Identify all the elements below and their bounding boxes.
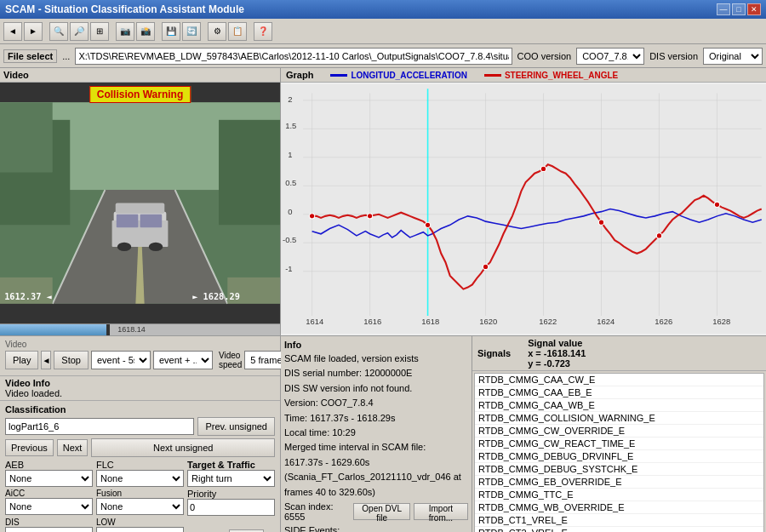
signal-item-3[interactable]: RTDB_CMMG_COLLISION_WARNING_E (475, 412, 763, 425)
signal-item-7[interactable]: RTDB_CMMG_DEBUG_SYSTCHK_E (475, 463, 763, 476)
svg-text:0.5: 0.5 (285, 178, 296, 187)
signal-item-11[interactable]: RTDB_CT1_VREL_E (475, 514, 763, 527)
video-controls-area: Video Play ◄ Stop event - 5s event + ...… (0, 336, 280, 376)
signal-item-4[interactable]: RTDB_CMMG_CW_OVERRIDE_E (475, 425, 763, 438)
info-line-5: Time: 1617.37s - 1618.29s (284, 412, 468, 425)
graph-svg: 2 1.5 1 0.5 0 -0.5 -1 (281, 83, 766, 335)
dis-label: DIS (5, 518, 93, 527)
flc-label: FLC (96, 460, 184, 470)
xy-coords: x = -1618.141 (528, 348, 586, 358)
video-info-area: Video Info Video loaded. (0, 376, 280, 401)
graph-label: Graph (286, 70, 313, 80)
coo-select[interactable]: COO7_7.8.4 (576, 48, 644, 65)
grid-btn[interactable]: ⊞ (90, 22, 109, 41)
svg-text:0: 0 (288, 207, 292, 216)
info-line-7: Merged time interval in SCAM file: (284, 441, 468, 454)
flc-group: FLC None (96, 460, 184, 487)
legend-label-1: LONGITUD_ACCELERATION (351, 71, 466, 80)
maximize-button[interactable]: □ (732, 3, 746, 15)
next-unsigned-button[interactable]: Next unsigned (91, 438, 275, 457)
graph-header: Graph LONGITUD_ACCELERATION STEERING_WHE… (281, 68, 766, 83)
next-button[interactable]: Next (57, 439, 89, 456)
aeb-select[interactable]: None (5, 470, 93, 487)
dis-label: DIS version (649, 51, 698, 61)
svg-text:1628: 1628 (712, 317, 730, 326)
capture-btn2[interactable]: 📸 (136, 22, 155, 41)
svg-point-16 (149, 243, 163, 251)
event-plus-select[interactable]: event + ... (153, 351, 213, 369)
svg-text:1.5: 1.5 (285, 121, 296, 130)
fusion-label: Fusion (96, 489, 184, 498)
svg-text:-1: -1 (285, 264, 292, 273)
save-toolbar-btn[interactable]: 💾 (162, 22, 180, 41)
dis-select[interactable]: None (5, 527, 93, 532)
settings-btn[interactable]: ⚙ (208, 22, 226, 41)
dis-select[interactable]: Original (703, 48, 763, 65)
signal-item-1[interactable]: RTDB_CMMG_CAA_EB_E (475, 386, 763, 399)
prev-next-row: Previous Next Next unsigned (5, 438, 275, 457)
back-frame-button[interactable]: ◄ (41, 351, 51, 369)
video-container: Collision Warning (0, 83, 280, 323)
aicc-select[interactable]: None (5, 498, 93, 515)
right-turn-select[interactable]: Right turn (187, 470, 275, 487)
zoom-btn1[interactable]: 🔍 (49, 22, 68, 41)
main-content: Video Collision Warning (0, 68, 766, 532)
svg-point-54 (367, 214, 372, 219)
priority-input[interactable] (187, 499, 275, 516)
svg-text:1620: 1620 (479, 317, 497, 326)
notes-btn[interactable]: 📋 (228, 22, 247, 41)
signal-item-0[interactable]: RTDB_CMMG_CAA_CW_E (475, 374, 763, 386)
event-minus-select[interactable]: event - 5s (91, 351, 151, 369)
close-button[interactable]: ✕ (747, 3, 761, 15)
legend-label-2: STEERING_WHEEL_ANGLE (505, 71, 618, 80)
aeb-flc-row: AEB None FLC None Target & Traffic (5, 460, 275, 487)
signal-value-label: Signal value (528, 338, 586, 348)
seekbar-time: 1618.14 (117, 325, 146, 334)
refresh-btn[interactable]: 🔄 (182, 22, 201, 41)
open-dvl-button[interactable]: Open DVL file (353, 503, 409, 520)
signals-list[interactable]: RTDB_CMMG_CAA_CW_E RTDB_CMMG_CAA_EB_E RT… (474, 373, 764, 532)
info-panel: Info SCAM file loaded, version exists DI… (281, 336, 472, 532)
svg-rect-4 (219, 120, 280, 225)
flc-select[interactable]: None (96, 470, 184, 487)
video-seekbar[interactable]: 1618.14 (0, 323, 280, 335)
priority-label: Priority (187, 489, 275, 499)
fusion-select[interactable]: None (96, 498, 184, 515)
signal-item-6[interactable]: RTDB_CMMG_DEBUG_DRVINFL_E (475, 450, 763, 463)
window-controls: — □ ✕ (717, 3, 761, 15)
signal-item-8[interactable]: RTDB_CMMG_EB_OVERRIDE_E (475, 476, 763, 489)
import-button[interactable]: Import from... (414, 503, 468, 520)
svg-text:1616: 1616 (363, 317, 381, 326)
svg-point-58 (598, 220, 603, 225)
signal-item-5[interactable]: RTDB_CMMG_CW_REACT_TIME_E (475, 438, 763, 450)
signed-group: Signed by: Resign mmoare (187, 518, 275, 532)
help-btn[interactable]: ❓ (254, 22, 272, 41)
svg-text:1614: 1614 (306, 317, 323, 326)
signal-item-9[interactable]: RTDB_CMMG_TTC_E (475, 489, 763, 501)
back-btn[interactable]: ◄ (3, 22, 22, 41)
forward-btn[interactable]: ► (24, 22, 43, 41)
target-traffic-group: Target & Traffic Right turn (187, 460, 275, 487)
svg-point-60 (714, 202, 719, 207)
info-side-events: SIDE Events: (284, 524, 468, 532)
svg-text:-0.5: -0.5 (283, 235, 296, 244)
zoom-btn2[interactable]: 🔎 (70, 22, 89, 41)
capture-btn1[interactable]: 📷 (116, 22, 134, 41)
svg-rect-21 (281, 84, 766, 334)
stop-button[interactable]: Stop (54, 351, 89, 369)
classification-label: Classification (5, 404, 275, 415)
prev-unsigned-button[interactable]: Prev. unsigned (197, 417, 275, 436)
info-line-3: DIS SW version info not found. (284, 382, 468, 395)
minimize-button[interactable]: — (717, 3, 730, 15)
file-path-input[interactable] (75, 48, 512, 65)
low-select[interactable]: LOW (96, 527, 184, 532)
previous-button[interactable]: Previous (5, 439, 54, 456)
signal-item-10[interactable]: RTDB_CMMG_WB_OVERRIDE_E (475, 501, 763, 514)
part-input[interactable] (5, 418, 194, 435)
signal-item-2[interactable]: RTDB_CMMG_CAA_WB_E (475, 399, 763, 412)
signal-item-12[interactable]: RTDB_CT2_VREL_E (475, 527, 763, 532)
play-button[interactable]: Play (5, 351, 38, 369)
svg-point-55 (425, 222, 430, 227)
target-traffic-label: Target & Traffic (187, 460, 275, 470)
window-title: SCAM - Situation Classification Assistan… (5, 3, 717, 15)
